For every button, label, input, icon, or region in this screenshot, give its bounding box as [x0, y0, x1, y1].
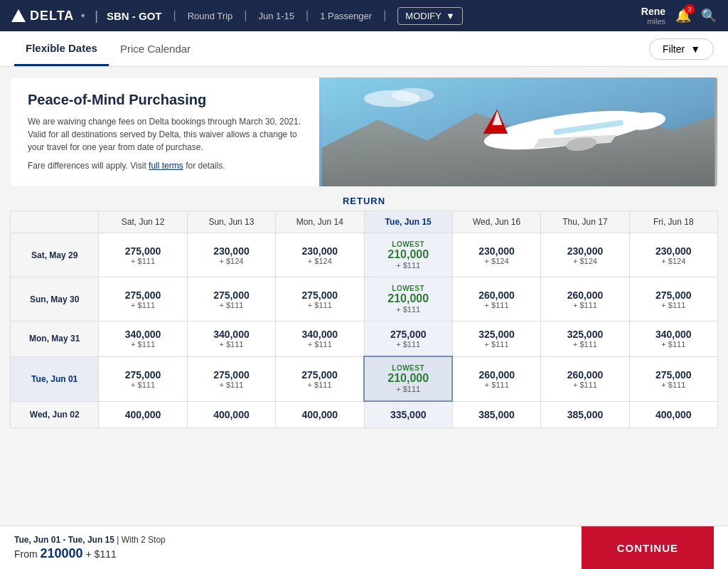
tab-price-calendar[interactable]: Price Calendar: [109, 33, 202, 65]
cell-0-3[interactable]: LOWEST210,000+ $111: [364, 233, 452, 277]
cell-2-1[interactable]: 340,000+ $111: [187, 321, 275, 357]
cell-2-5[interactable]: 325,000+ $111: [541, 321, 629, 357]
col-header-4[interactable]: Wed, Jun 16: [452, 211, 540, 233]
cell-miles-2-3: 275,000: [368, 329, 449, 340]
cell-1-3[interactable]: LOWEST210,000+ $111: [364, 277, 452, 321]
price-calendar-table: Sat, Jun 12 Sun, Jun 13 Mon, Jun 14 Tue,…: [10, 211, 718, 428]
row-header-1: Sun, May 30: [11, 277, 99, 321]
cell-fee-1-0: + $111: [102, 301, 183, 309]
cell-lowest-label-1-3: LOWEST: [368, 284, 449, 292]
cell-fee-0-5: + $124: [544, 257, 626, 265]
cell-fee-3-4: + $111: [456, 381, 537, 389]
cell-fee-0-0: + $111: [102, 257, 183, 265]
cell-miles-3-0: 275,000: [102, 369, 183, 381]
col-header-6[interactable]: Fri, Jun 18: [629, 211, 717, 233]
banner-body1: We are waiving change fees on Delta book…: [28, 115, 302, 154]
cell-miles-4-5: 385,000: [544, 409, 626, 420]
cell-4-5[interactable]: 385,000: [541, 401, 629, 428]
cell-fee-3-0: + $111: [102, 381, 183, 389]
cell-1-4[interactable]: 260,000+ $111: [452, 277, 540, 321]
col-header-1[interactable]: Sun, Jun 13: [187, 211, 275, 233]
tab-flexible-dates[interactable]: Flexible Dates: [14, 32, 109, 66]
cell-4-6[interactable]: 400,000: [629, 401, 717, 428]
cell-fee-2-3: + $111: [368, 340, 449, 349]
cell-fee-1-1: + $111: [191, 301, 272, 309]
cell-3-0[interactable]: 275,000+ $111: [99, 356, 187, 401]
cell-2-6[interactable]: 340,000+ $111: [629, 321, 717, 357]
cell-miles-0-5: 230,000: [544, 245, 626, 257]
cell-0-4[interactable]: 230,000+ $124: [452, 233, 540, 277]
cell-miles-4-0: 400,000: [102, 409, 183, 420]
cell-4-3[interactable]: 335,000: [364, 401, 452, 428]
cell-1-1[interactable]: 275,000+ $111: [187, 277, 275, 321]
cell-fee-3-2: + $111: [279, 381, 360, 389]
continue-button[interactable]: CONTINUE: [582, 526, 714, 570]
bottom-price: From 210000 + $111: [14, 546, 166, 561]
bottom-trip-summary: Tue, Jun 01 - Tue, Jun 15 | With 2 Stop …: [14, 535, 166, 561]
col-header-5[interactable]: Thu, Jun 17: [541, 211, 629, 233]
cell-3-2[interactable]: 275,000+ $111: [276, 356, 364, 401]
cell-3-4[interactable]: 260,000+ $111: [452, 356, 540, 401]
cell-4-1[interactable]: 400,000: [187, 401, 275, 428]
cell-miles-0-2: 230,000: [279, 245, 360, 257]
cell-3-3[interactable]: LOWEST210,000+ $111: [364, 356, 452, 401]
bottom-trip-info: Tue, Jun 01 - Tue, Jun 15 | With 2 Stop: [14, 535, 166, 545]
filter-button[interactable]: Filter ▼: [649, 38, 714, 60]
banner-airplane-image: [319, 78, 717, 186]
cell-miles-2-5: 325,000: [544, 329, 626, 340]
cell-2-2[interactable]: 340,000+ $111: [276, 321, 364, 357]
cell-1-0[interactable]: 275,000+ $111: [99, 277, 187, 321]
cell-0-1[interactable]: 230,000+ $124: [187, 233, 275, 277]
cell-miles-1-4: 260,000: [456, 289, 537, 301]
cell-0-2[interactable]: 230,000+ $124: [276, 233, 364, 277]
header-sep2: |: [244, 9, 247, 22]
cell-fee-1-4: + $111: [456, 301, 537, 309]
modify-button[interactable]: MODIFY ▼: [397, 7, 462, 25]
cell-3-6[interactable]: 275,000+ $111: [629, 356, 717, 401]
cell-fee-0-1: + $124: [191, 257, 272, 265]
cell-miles-0-4: 230,000: [456, 245, 537, 257]
cell-fee-1-3: + $111: [368, 305, 449, 314]
cell-2-4[interactable]: 325,000+ $111: [452, 321, 540, 357]
col-header-2[interactable]: Mon, Jun 14: [276, 211, 364, 233]
cell-0-6[interactable]: 230,000+ $124: [629, 233, 717, 277]
cell-miles-4-1: 400,000: [191, 409, 272, 420]
filter-chevron-icon: ▼: [690, 43, 700, 55]
bottom-trip-dates: Tue, Jun 01 - Tue, Jun 15: [14, 535, 114, 545]
delta-swoosh: ✦: [80, 11, 86, 21]
cell-fee-1-2: + $111: [279, 301, 360, 309]
cell-1-6[interactable]: 275,000+ $111: [629, 277, 717, 321]
full-terms-link[interactable]: full terms: [149, 161, 183, 171]
cell-fee-2-4: + $111: [456, 340, 537, 349]
cell-1-5[interactable]: 260,000+ $111: [541, 277, 629, 321]
col-header-3[interactable]: Tue, Jun 15: [364, 211, 452, 233]
cell-miles-2-4: 325,000: [456, 329, 537, 340]
cell-fee-3-5: + $111: [544, 381, 626, 389]
cell-0-0[interactable]: 275,000+ $111: [99, 233, 187, 277]
cell-fee-0-2: + $124: [279, 257, 360, 265]
cell-fee-1-5: + $111: [544, 301, 626, 309]
cell-1-2[interactable]: 275,000+ $111: [276, 277, 364, 321]
return-label: RETURN: [0, 187, 728, 211]
cell-3-1[interactable]: 275,000+ $111: [187, 356, 275, 401]
cell-miles-2-1: 340,000: [191, 329, 272, 340]
cell-4-4[interactable]: 385,000: [452, 401, 540, 428]
cell-4-2[interactable]: 400,000: [276, 401, 364, 428]
cell-2-3[interactable]: 275,000+ $111: [364, 321, 452, 357]
header-sep4: |: [383, 9, 386, 22]
cell-lowest-label-3-3: LOWEST: [368, 364, 449, 372]
user-name: Rene: [641, 6, 665, 17]
bottom-price-num: 210000: [41, 546, 83, 560]
notification-bell[interactable]: 🔔 3: [675, 8, 691, 23]
cell-miles-4-2: 400,000: [279, 409, 360, 420]
col-header-0[interactable]: Sat, Jun 12: [99, 211, 187, 233]
cell-2-0[interactable]: 340,000+ $111: [99, 321, 187, 357]
cell-miles-3-3: 210,000: [368, 372, 449, 385]
search-icon[interactable]: 🔍: [701, 8, 717, 23]
cell-0-5[interactable]: 230,000+ $124: [541, 233, 629, 277]
cell-fee-2-5: + $111: [544, 340, 626, 349]
cell-3-5[interactable]: 260,000+ $111: [541, 356, 629, 401]
tabs-bar: Flexible Dates Price Calendar Filter ▼: [0, 31, 728, 67]
row-header-2: Mon, May 31: [11, 321, 99, 357]
cell-4-0[interactable]: 400,000: [99, 401, 187, 428]
